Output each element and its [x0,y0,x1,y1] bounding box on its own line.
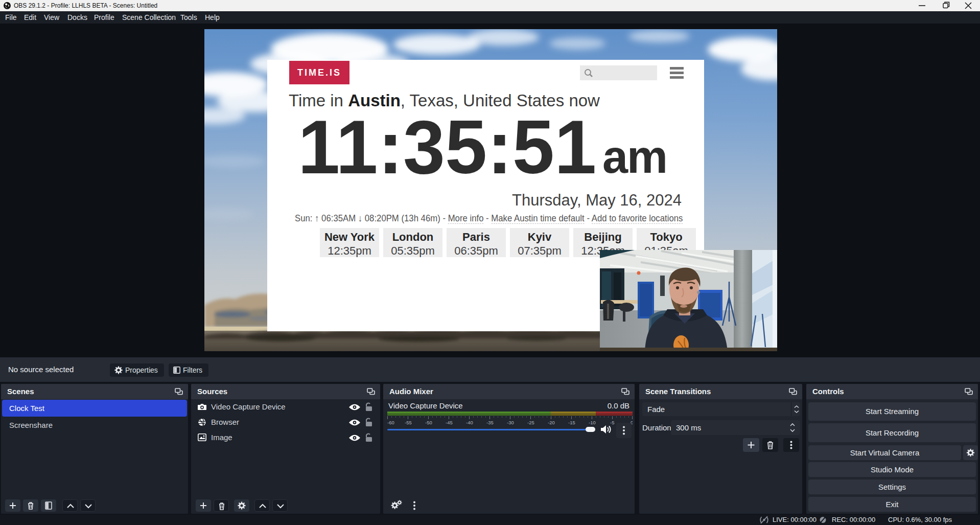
svg-text:-10: -10 [589,420,596,425]
svg-text:-35: -35 [486,420,494,425]
svg-text:-15: -15 [568,420,575,425]
svg-text:-60: -60 [387,420,394,425]
svg-text:-20: -20 [548,420,555,425]
svg-text:-40: -40 [466,420,473,425]
svg-text:-55: -55 [405,420,412,425]
svg-text:-25: -25 [527,420,534,425]
svg-text:-50: -50 [425,420,432,425]
svg-text:-30: -30 [507,420,514,425]
svg-text:-45: -45 [446,420,453,425]
